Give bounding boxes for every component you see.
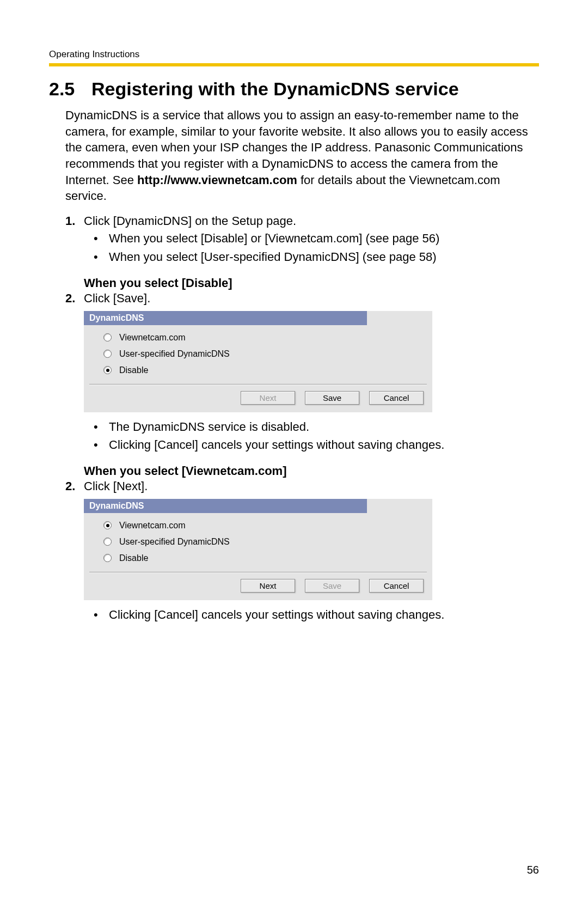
radio-row-b-2[interactable]: Disable bbox=[84, 550, 432, 566]
step-1-sub-2: When you select [User-specified DynamicD… bbox=[94, 249, 539, 265]
radio-row-b-1[interactable]: User-specified DynamicDNS bbox=[84, 534, 432, 550]
intro-url: http://www.viewnetcam.com bbox=[137, 173, 297, 187]
cancel-button[interactable]: Cancel bbox=[369, 391, 424, 405]
section-heading: 2.5Registering with the DynamicDNS servi… bbox=[49, 78, 539, 100]
next-button[interactable]: Next bbox=[241, 579, 295, 593]
dynamicdns-panel-a: DynamicDNS Viewnetcam.com User-specified… bbox=[84, 311, 432, 412]
radio-row-a-1[interactable]: User-specified DynamicDNS bbox=[84, 346, 432, 362]
radio-icon[interactable] bbox=[103, 366, 112, 374]
subheading-disable: When you select [Disable] bbox=[84, 276, 539, 290]
save-button: Save bbox=[305, 579, 359, 593]
subheading-viewnetcam: When you select [Viewnetcam.com] bbox=[84, 464, 539, 478]
note-b-0: Clicking [Cancel] cancels your settings … bbox=[94, 607, 539, 623]
step-1-text: Click [DynamicDNS] on the Setup page. bbox=[84, 214, 296, 228]
panel-a-title: DynamicDNS bbox=[84, 311, 367, 325]
step-2a-text: Click [Save]. bbox=[84, 291, 150, 305]
step-1-number: 1. bbox=[65, 214, 75, 228]
next-button: Next bbox=[241, 391, 295, 405]
intro-paragraph: DynamicDNS is a service that allows you … bbox=[65, 107, 539, 204]
note-a-0: The DynamicDNS service is disabled. bbox=[94, 419, 539, 435]
radio-row-a-0[interactable]: Viewnetcam.com bbox=[84, 330, 432, 346]
save-button[interactable]: Save bbox=[305, 391, 359, 405]
step-1: 1. Click [DynamicDNS] on the Setup page.… bbox=[65, 214, 539, 265]
radio-label: Disable bbox=[119, 365, 148, 375]
radio-label: Disable bbox=[119, 553, 148, 563]
radio-row-a-2[interactable]: Disable bbox=[84, 362, 432, 379]
section-title-text: Registering with the DynamicDNS service bbox=[91, 78, 459, 99]
header-rule bbox=[49, 63, 539, 66]
page-number: 56 bbox=[527, 864, 539, 876]
radio-icon[interactable] bbox=[103, 350, 112, 358]
radio-label: User-specified DynamicDNS bbox=[119, 537, 230, 547]
radio-icon[interactable] bbox=[103, 333, 112, 341]
step-2b: 2. Click [Next]. bbox=[65, 479, 539, 493]
step-2a-number: 2. bbox=[65, 291, 75, 306]
radio-label: Viewnetcam.com bbox=[119, 521, 186, 530]
running-header: Operating Instructions bbox=[49, 49, 539, 60]
section-number: 2.5 bbox=[49, 78, 91, 100]
radio-icon[interactable] bbox=[103, 538, 112, 546]
step-2a: 2. Click [Save]. bbox=[65, 291, 539, 306]
note-a-1: Clicking [Cancel] cancels your settings … bbox=[94, 437, 539, 453]
radio-icon[interactable] bbox=[103, 554, 112, 562]
step-2b-number: 2. bbox=[65, 479, 75, 493]
radio-icon[interactable] bbox=[103, 521, 112, 529]
dynamicdns-panel-b: DynamicDNS Viewnetcam.com User-specified… bbox=[84, 499, 432, 600]
radio-label: Viewnetcam.com bbox=[119, 333, 186, 343]
radio-row-b-0[interactable]: Viewnetcam.com bbox=[84, 517, 432, 534]
panel-b-title: DynamicDNS bbox=[84, 499, 367, 513]
radio-label: User-specified DynamicDNS bbox=[119, 349, 230, 359]
step-2b-text: Click [Next]. bbox=[84, 479, 148, 493]
cancel-button[interactable]: Cancel bbox=[369, 579, 424, 593]
step-1-sub-1: When you select [Disable] or [Viewnetcam… bbox=[94, 230, 539, 247]
